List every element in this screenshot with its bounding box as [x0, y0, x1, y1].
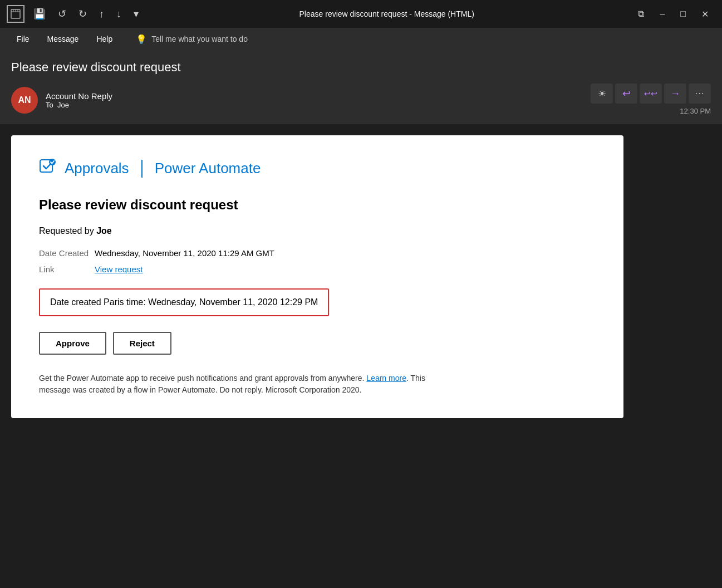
menu-file[interactable]: File: [9, 31, 37, 47]
email-main-title: Please review discount request: [39, 197, 596, 213]
tell-me-search[interactable]: 💡 Tell me what you want to do: [136, 34, 248, 45]
sender-info: Account No Reply To Joe: [46, 91, 112, 109]
close-button[interactable]: ✕: [695, 7, 715, 22]
maximize-button[interactable]: □: [674, 7, 692, 21]
window-title: Please review discount request - Message…: [146, 9, 627, 18]
date-created-label: Date Created: [39, 247, 95, 259]
action-buttons: Approve Reject: [39, 332, 596, 355]
menu-bar: File Message Help 💡 Tell me what you wan…: [0, 28, 722, 50]
forward-button[interactable]: →: [664, 84, 686, 104]
svg-point-6: [49, 159, 56, 165]
highlighted-box: Date created Paris time: Wednesday, Nove…: [39, 288, 329, 316]
approvals-divider: [141, 160, 143, 178]
footer-text: Get the Power Automate app to receive pu…: [39, 373, 429, 396]
power-automate-label: Power Automate: [155, 160, 261, 177]
link-label: Link: [39, 263, 95, 275]
reply-icon: ↩: [622, 87, 631, 100]
reject-button[interactable]: Reject: [113, 332, 171, 355]
date-created-value: Wednesday, November 11, 2020 11:29 AM GM…: [95, 247, 596, 259]
dropdown-icon[interactable]: ▾: [130, 6, 142, 22]
menu-help[interactable]: Help: [89, 31, 120, 47]
learn-more-link[interactable]: Learn more: [366, 374, 406, 383]
reply-all-button[interactable]: ↩↩: [640, 84, 662, 104]
more-icon: ···: [695, 88, 704, 99]
email-actions-time: ☀ ↩ ↩↩ → ··· 12:30 PM: [591, 84, 711, 116]
requested-by-name: Joe: [96, 226, 112, 236]
footer-text-1: Get the Power Automate app to receive pu…: [39, 374, 366, 383]
app-icon: [7, 5, 24, 23]
forward-icon: →: [670, 88, 680, 100]
title-bar: 💾 ↺ ↻ ↑ ↓ ▾ Please review discount reque…: [0, 0, 722, 28]
view-request-link[interactable]: View request: [95, 263, 596, 275]
approvals-header: Approvals Power Automate: [39, 158, 596, 179]
title-bar-left: 💾 ↺ ↻ ↑ ↓ ▾: [7, 5, 142, 23]
search-placeholder: Tell me what you want to do: [151, 35, 248, 43]
email-actions: ☀ ↩ ↩↩ → ···: [591, 84, 711, 104]
email-meta-left: AN Account No Reply To Joe: [11, 87, 112, 114]
brightness-icon: ☀: [598, 88, 606, 100]
to-label: To: [46, 101, 53, 109]
brightness-button[interactable]: ☀: [591, 84, 613, 104]
menu-message[interactable]: Message: [40, 31, 87, 47]
email-body-container: Approvals Power Automate Please review d…: [0, 124, 722, 429]
window-controls: ⧉ – □ ✕: [631, 7, 715, 22]
more-actions-button[interactable]: ···: [689, 84, 711, 104]
approvals-icon: [39, 158, 57, 179]
move-up-icon[interactable]: ↑: [96, 6, 107, 22]
recipient-name: Joe: [57, 101, 69, 109]
highlighted-text: Date created Paris time: Wednesday, Nove…: [50, 297, 318, 307]
undo-icon[interactable]: ↺: [55, 6, 70, 22]
reply-button[interactable]: ↩: [615, 84, 637, 104]
reply-all-icon: ↩↩: [644, 89, 657, 98]
sender-name: Account No Reply: [46, 91, 112, 101]
email-body: Approvals Power Automate Please review d…: [11, 135, 623, 418]
email-meta: AN Account No Reply To Joe ☀ ↩ ↩↩: [11, 84, 711, 124]
move-down-icon[interactable]: ↓: [113, 6, 125, 22]
info-grid: Date Created Wednesday, November 11, 202…: [39, 247, 596, 275]
sender-to: To Joe: [46, 101, 112, 109]
approve-button[interactable]: Approve: [39, 332, 106, 355]
requested-by: Requested by Joe: [39, 226, 596, 236]
save-icon[interactable]: 💾: [30, 6, 49, 22]
sender-avatar: AN: [11, 87, 38, 114]
lightbulb-icon: 💡: [136, 34, 147, 45]
approvals-label: Approvals: [65, 160, 129, 177]
email-subject: Please review discount request: [11, 60, 711, 75]
email-time: 12:30 PM: [680, 107, 711, 116]
minimize-button[interactable]: –: [653, 7, 671, 21]
email-header: Please review discount request AN Accoun…: [0, 50, 722, 124]
requested-by-prefix: Requested by: [39, 226, 96, 236]
redo-icon[interactable]: ↻: [75, 6, 90, 22]
restore-button[interactable]: ⧉: [631, 7, 651, 21]
